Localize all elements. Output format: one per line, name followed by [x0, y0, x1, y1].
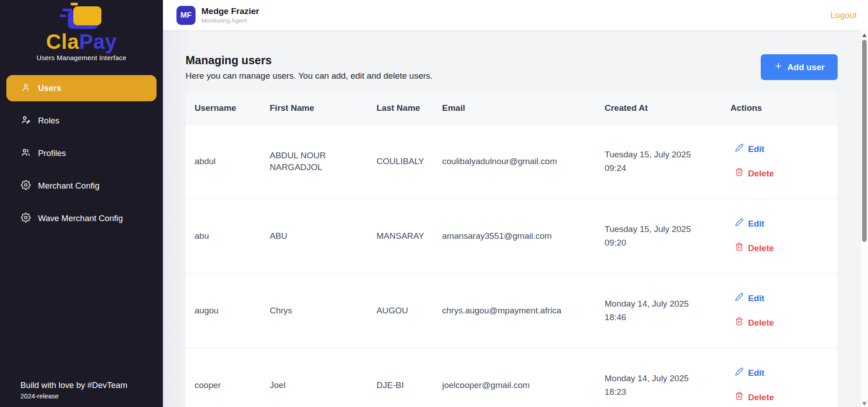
brand-subtitle: Users Management Interface [0, 54, 163, 62]
sidebar: ClaPay Users Management Interface Users … [0, 0, 163, 407]
cell-last-name: COULIBALY [367, 124, 433, 199]
sidebar-item-label: Profiles [38, 148, 66, 158]
cell-email: amansaray3551@gmail.com [433, 199, 596, 273]
col-header-actions: Actions [721, 93, 837, 124]
col-header-first-name: First Name [261, 93, 367, 124]
table-row: augou Chrys AUGOU chrys.augou@mpayment.a… [186, 273, 837, 348]
edit-button[interactable]: Edit [735, 218, 764, 230]
sidebar-item-label: Roles [38, 116, 59, 126]
sidebar-item-merchant-config[interactable]: Merchant Config [6, 173, 157, 199]
cell-email: joelcooper@gmail.com [433, 348, 596, 407]
cell-username: cooper [186, 348, 261, 407]
logo-block: ClaPay Users Management Interface [0, 0, 163, 62]
edit-button[interactable]: Edit [735, 293, 764, 304]
trash-icon [735, 242, 744, 254]
page-head-text: Managing users Here you can manage users… [186, 54, 433, 81]
sidebar-item-label: Merchant Config [38, 181, 100, 191]
cell-created-at: Tuesday 15, July 2025 09:24 [596, 124, 721, 199]
sidebar-item-profiles[interactable]: Profiles [6, 140, 157, 166]
cell-first-name: ABU [261, 199, 367, 273]
gear-icon [21, 180, 31, 192]
sidebar-footer: Build with love by #DevTeam 2024-release [0, 380, 163, 407]
user-role: Monitoring Agent [201, 17, 259, 24]
sidebar-item-label: Users [38, 83, 61, 93]
delete-button[interactable]: Delete [735, 317, 774, 329]
footer-credit: Build with love by #DevTeam [20, 380, 154, 390]
pencil-icon [735, 367, 744, 379]
cell-last-name: DJE-BI [367, 348, 433, 407]
pencil-icon [735, 218, 744, 230]
col-header-created-at: Created At [596, 93, 721, 124]
sidebar-item-label: Wave Merchant Config [38, 213, 123, 223]
table-row: cooper Joel DJE-BI joelcooper@gmail.com … [186, 348, 837, 407]
footer-release: 2024-release [20, 393, 154, 400]
page-title: Managing users [186, 54, 433, 67]
sidebar-item-wave-merchant-config[interactable]: Wave Merchant Config [6, 205, 157, 232]
user-edit-icon [21, 115, 31, 127]
cell-username: augou [186, 273, 261, 348]
cell-last-name: MANSARAY [367, 199, 433, 273]
user-icon [21, 82, 31, 95]
page-head: Managing users Here you can manage users… [186, 54, 838, 81]
page-subtitle: Here you can manage users. You can add, … [186, 71, 433, 81]
cell-actions: Edit Delete [721, 273, 837, 348]
table-header-row: Username First Name Last Name Email Crea… [186, 93, 837, 124]
cell-actions: Edit Delete [721, 348, 837, 407]
gear-icon [21, 213, 31, 225]
pencil-icon [735, 293, 744, 304]
sidebar-menu: Users Roles Profiles [0, 75, 163, 238]
trash-icon [735, 392, 744, 403]
user-block: Medge Frazier Monitoring Agent [201, 6, 259, 24]
clapay-logo-icon [60, 3, 103, 31]
cell-created-at: Monday 14, July 2025 18:46 [596, 273, 721, 348]
cell-actions: Edit Delete [721, 199, 837, 273]
scroll-up-arrow-icon[interactable] [862, 33, 867, 37]
scrollbar-thumb[interactable] [862, 40, 867, 242]
users-table: Username First Name Last Name Email Crea… [186, 93, 837, 407]
avatar[interactable]: MF [176, 6, 196, 25]
main-content: Managing users Here you can manage users… [163, 30, 860, 407]
cell-first-name: Chrys [261, 273, 367, 348]
trash-icon [735, 317, 744, 329]
brand-name: ClaPay [0, 31, 163, 52]
plus-icon [774, 62, 783, 73]
cell-last-name: AUGOU [367, 273, 433, 348]
sidebar-item-users[interactable]: Users [6, 75, 157, 101]
add-user-button[interactable]: Add user [761, 54, 838, 80]
vertical-scrollbar[interactable] [860, 30, 868, 407]
table-row: abu ABU MANSARAY amansaray3551@gmail.com… [186, 199, 837, 273]
cell-actions: Edit Delete [721, 124, 837, 199]
pencil-icon [735, 143, 744, 155]
table-row: abdul ABDUL NOUR NARGADJOL COULIBALY cou… [186, 124, 837, 199]
top-bar: MF Medge Frazier Monitoring Agent Logout [163, 0, 868, 30]
delete-button[interactable]: Delete [735, 392, 774, 403]
delete-button[interactable]: Delete [735, 168, 774, 180]
trash-icon [735, 168, 744, 180]
users-table-card: Username First Name Last Name Email Crea… [186, 93, 837, 407]
users-icon [21, 147, 31, 160]
sidebar-item-roles[interactable]: Roles [6, 108, 157, 134]
cell-first-name: ABDUL NOUR NARGADJOL [261, 124, 367, 199]
col-header-username: Username [186, 93, 261, 124]
cell-email: chrys.augou@mpayment.africa [433, 273, 596, 348]
edit-button[interactable]: Edit [735, 367, 764, 379]
delete-button[interactable]: Delete [735, 242, 774, 254]
cell-email: coulibalyadulnour@gmail.com [433, 124, 596, 199]
cell-created-at: Tuesday 15, July 2025 09:20 [596, 199, 721, 273]
cell-username: abdul [186, 124, 261, 199]
col-header-last-name: Last Name [367, 93, 433, 124]
col-header-email: Email [433, 93, 596, 124]
logout-link[interactable]: Logout [830, 10, 857, 20]
cell-created-at: Monday 14, July 2025 18:23 [596, 348, 721, 407]
cell-first-name: Joel [261, 348, 367, 407]
edit-button[interactable]: Edit [735, 143, 764, 155]
scroll-down-arrow-icon[interactable] [862, 402, 867, 406]
cell-username: abu [186, 199, 261, 273]
user-name: Medge Frazier [201, 6, 259, 16]
